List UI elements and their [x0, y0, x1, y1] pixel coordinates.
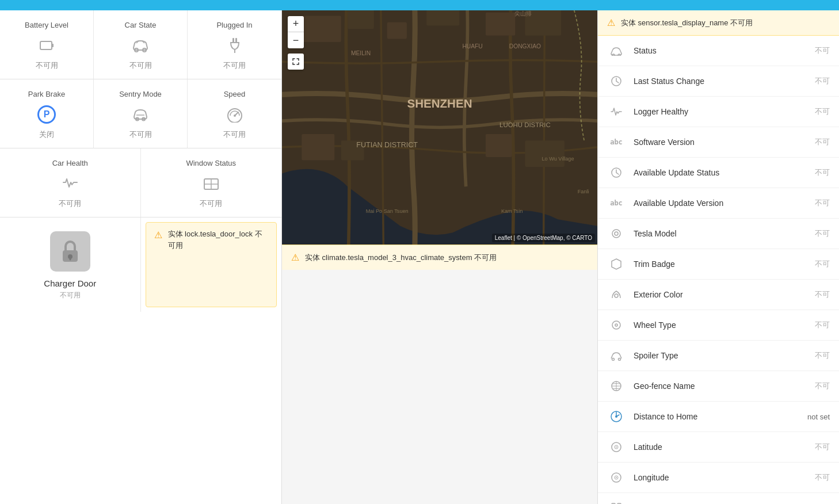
svg-text:DONGXIAO: DONGXIAO [509, 43, 541, 49]
plug-icon [224, 35, 245, 56]
park-brake-value: 关闭 [39, 129, 54, 140]
svg-rect-20 [302, 16, 341, 42]
zoom-in-button[interactable]: + [288, 16, 304, 32]
svg-text:Fanli: Fanli [578, 189, 589, 194]
update-version-label: Available Update Version [634, 198, 807, 208]
wheel-type-value: 不可 [815, 320, 830, 330]
car-health-icon [60, 173, 81, 194]
distance-home-value: not set [807, 413, 830, 421]
spoiler-type-label: Spoiler Type [634, 351, 807, 360]
last-status-icon [607, 72, 626, 90]
svg-point-12 [234, 114, 236, 117]
exterior-color-value: 不可 [815, 289, 830, 300]
svg-text:FUTIAN DISTRICT: FUTIAN DISTRICT [356, 141, 418, 149]
svg-text:尖山排: 尖山排 [514, 10, 532, 17]
geofence-value: 不可 [815, 381, 830, 391]
logger-value: 不可 [815, 106, 830, 117]
software-value: 不可 [815, 137, 830, 147]
car-state-label: Car State [125, 21, 157, 29]
charger-section: Charger Door 不可用 ⚠ 实体 lock.tesla_door_lo… [0, 217, 281, 312]
sentry-mode-value: 不可用 [129, 129, 152, 140]
svg-text:Kam Tsin: Kam Tsin [501, 208, 523, 214]
park-brake-card: Park Brake P 关闭 [0, 79, 94, 148]
speed-label: Speed [224, 90, 246, 98]
right-item-longitude: Longitude 不可 [598, 463, 839, 493]
charger-door-card: Charger Door 不可用 [0, 217, 141, 312]
svg-point-59 [616, 446, 617, 448]
right-item-distance-home: Distance to Home not set [598, 402, 839, 432]
entity-alert-icon: ⚠ [607, 17, 615, 28]
bottom-space [282, 270, 597, 504]
trim-badge-value: 不可 [815, 259, 830, 269]
lock-icon-container [50, 231, 90, 272]
svg-point-50 [612, 358, 615, 361]
car-state-card: Car State 不可用 [94, 10, 188, 79]
status-value: 不可 [815, 45, 830, 56]
software-label: Software Version [634, 138, 807, 147]
svg-point-47 [615, 294, 618, 297]
sentry-mode-label: Sentry Mode [119, 90, 162, 98]
svg-point-46 [615, 232, 618, 235]
speed-value: 不可用 [223, 129, 246, 140]
right-item-last-status: Last Status Change 不可 [598, 66, 839, 97]
update-version-value: 不可 [815, 198, 830, 208]
logger-icon [607, 102, 626, 121]
map-controls[interactable]: + − [288, 16, 304, 48]
svg-text:MEILIN: MEILIN [351, 50, 371, 56]
geofence-label: Geo-fence Name [634, 381, 807, 391]
geofence-icon [607, 377, 626, 395]
car-state-value: 不可用 [129, 60, 152, 71]
tesla-model-value: 不可 [815, 228, 830, 239]
svg-rect-28 [486, 134, 512, 157]
right-item-logger: Logger Healthy 不可 [598, 97, 839, 127]
battery-icon [36, 35, 57, 56]
svg-text:Lo Wu Village: Lo Wu Village [542, 156, 574, 162]
software-icon: abc [607, 133, 626, 151]
distance-home-icon [607, 407, 626, 426]
latitude-icon [607, 438, 626, 456]
last-status-value: 不可 [815, 76, 830, 86]
park-brake-icon: P [36, 104, 57, 125]
logger-label: Logger Healthy [634, 107, 807, 116]
right-item-geofence: Geo-fence Name 不可 [598, 371, 839, 402]
latitude-label: Latitude [634, 442, 807, 452]
svg-point-51 [619, 358, 621, 361]
alert-warning-icon: ⚠ [154, 230, 162, 240]
right-item-trim-badge: Trim Badge 不可 [598, 249, 839, 280]
plugged-in-label: Plugged In [216, 21, 252, 29]
svg-point-48 [612, 321, 620, 329]
zoom-out-button[interactable]: − [288, 32, 304, 48]
row3-grid: Car Health 不可用 Window Status [0, 148, 281, 217]
window-status-card: Window Status 不可用 [141, 148, 282, 217]
plugged-in-value: 不可用 [223, 60, 246, 71]
climate-alert-icon: ⚠ [291, 252, 299, 263]
fullscreen-button[interactable] [288, 54, 304, 70]
right-item-update-status: Available Update Status 不可 [598, 158, 839, 188]
status-icon [607, 41, 626, 60]
svg-text:Mai Po San Tsuen: Mai Po San Tsuen [366, 208, 409, 214]
spoiler-type-value: 不可 [815, 350, 830, 361]
update-status-icon [607, 163, 626, 182]
svg-text:SHENZHEN: SHENZHEN [407, 97, 472, 110]
svg-point-56 [615, 415, 617, 418]
car-health-value: 不可用 [59, 198, 81, 209]
svg-text:HUAFU: HUAFU [462, 43, 482, 49]
battery-level-value: 不可用 [36, 60, 58, 71]
svg-rect-4 [232, 38, 234, 43]
row1-grid: Battery Level 不可用 Car State [0, 10, 281, 79]
charger-door-value: 不可用 [60, 291, 81, 300]
window-status-label: Window Status [186, 159, 236, 167]
row2-grid: Park Brake P 关闭 Sentry Mode 不可用 [0, 79, 281, 148]
map-container[interactable]: SHENZHEN FUTIAN DISTRICT LUOHU DISTRIC D… [282, 10, 597, 245]
svg-rect-29 [525, 140, 565, 167]
door-lock-alert-text: 实体 lock.tesla_door_lock 不可用 [168, 228, 269, 251]
window-status-icon [201, 173, 222, 194]
right-panel: ⚠ 实体 sensor.tesla_display_name 不可用 Statu… [597, 10, 839, 504]
speed-card: Speed 不可用 [188, 79, 281, 148]
park-circle: P [37, 105, 56, 124]
battery-level-label: Battery Level [25, 21, 68, 29]
entity-alert-text: 实体 sensor.tesla_display_name 不可用 [621, 18, 753, 28]
longitude-icon [607, 468, 626, 487]
map-background: SHENZHEN FUTIAN DISTRICT LUOHU DISTRIC D… [282, 10, 597, 245]
park-brake-label: Park Brake [28, 90, 65, 98]
